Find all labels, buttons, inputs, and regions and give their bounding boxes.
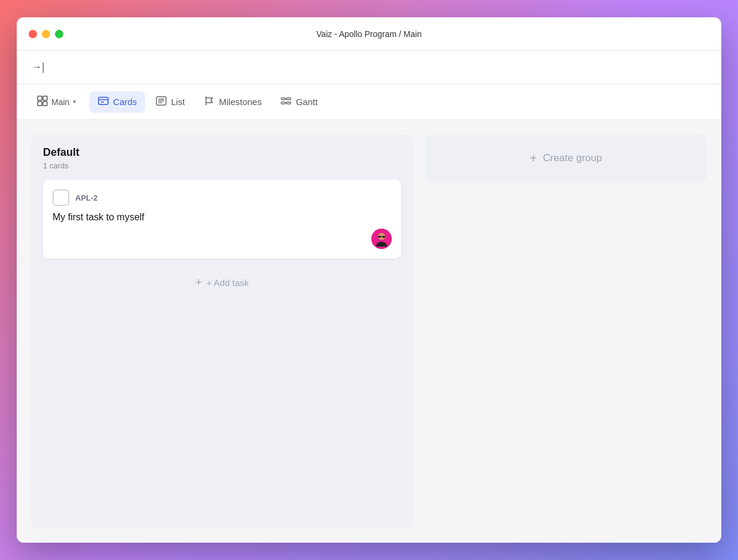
tabbar: Main ▾ Cards [17,84,721,120]
tab-cards[interactable]: Cards [90,91,145,113]
main-content: Default 1 cards APL-2 My first task to m… [17,120,721,543]
create-group-label: Create group [543,152,602,164]
task-card-footer [53,229,392,249]
add-task-label: + Add task [207,278,248,288]
add-task-button[interactable]: + + Add task [43,268,401,297]
task-card[interactable]: APL-2 My first task to myself [43,180,401,259]
view-selector-label: Main [51,97,69,107]
list-tab-icon [156,96,167,109]
svg-rect-20 [382,236,385,238]
group-count: 1 cards [43,161,401,170]
close-button[interactable] [29,30,37,38]
svg-rect-3 [43,101,47,106]
toolbar: →| [17,51,721,84]
maximize-button[interactable] [55,30,63,38]
tab-list[interactable]: List [147,91,193,113]
minimize-button[interactable] [42,30,50,38]
group-title: Default [43,146,401,159]
group-default: Default 1 cards APL-2 My first task to m… [31,134,413,528]
tab-list-label: List [171,97,184,107]
gantt-tab-icon [281,96,291,109]
milestones-tab-icon [204,96,215,109]
group-header: Default 1 cards [43,146,401,170]
sidebar-toggle-button[interactable]: →| [31,61,45,73]
svg-rect-0 [38,96,42,100]
svg-rect-4 [99,97,108,104]
plus-icon: + [196,276,202,289]
chevron-down-icon: ▾ [73,98,76,106]
svg-rect-1 [43,96,47,100]
sidebar-toggle-icon: →| [31,61,45,73]
svg-rect-19 [378,236,381,238]
tab-cards-label: Cards [113,97,137,107]
avatar [371,229,392,249]
svg-rect-14 [287,102,291,104]
view-selector-icon [37,96,48,109]
cards-tab-icon [98,96,109,109]
task-title: My first task to myself [53,212,392,223]
task-card-header: APL-2 [53,189,392,206]
create-group-panel[interactable]: + Create group [425,134,707,182]
svg-rect-12 [287,98,291,100]
window-title: Vaiz - Apollo Program / Main [316,29,422,39]
view-selector[interactable]: Main ▾ [31,92,82,112]
task-checkbox[interactable] [53,189,69,206]
svg-rect-2 [38,101,42,106]
create-group-plus-icon: + [530,152,537,165]
task-id: APL-2 [75,193,98,202]
tab-gantt-label: Gantt [296,97,318,107]
svg-rect-11 [281,98,285,100]
tab-gantt[interactable]: Gantt [272,91,326,113]
svg-rect-13 [281,102,285,104]
app-window: Vaiz - Apollo Program / Main →| Main ▾ [17,17,721,543]
tab-milestones-label: Milestones [219,97,262,107]
tab-milestones[interactable]: Milestones [196,91,270,113]
titlebar: Vaiz - Apollo Program / Main [17,17,721,51]
create-group-content: + Create group [530,152,602,165]
traffic-lights [29,30,63,38]
